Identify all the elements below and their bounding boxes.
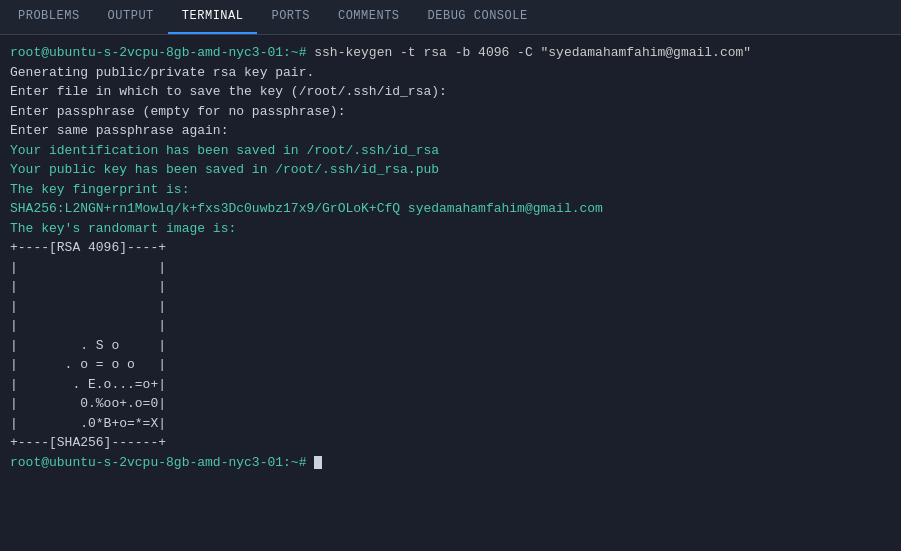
terminal-text-highlight: SHA256:L2NGN+rn1Mowlq/k+fxs3Dc0uwbz17x9/… [10,201,603,216]
app-container: PROBLEMS OUTPUT TERMINAL PORTS COMMENTS … [0,0,901,551]
terminal-text-normal: | .0*B+o=*=X| [10,416,166,431]
terminal-line: | 0.%oo+.o=0| [10,394,891,414]
terminal-line: | . S o | [10,336,891,356]
prompt-user: root@ubuntu-s-2vcpu-8gb-amd-nyc3-01:~# [10,455,314,470]
terminal-text-normal: Enter passphrase (empty for no passphras… [10,104,345,119]
terminal-text-highlight: The key's randomart image is: [10,221,236,236]
terminal-text-normal: Generating public/private rsa key pair. [10,65,314,80]
terminal-text-normal: | | [10,299,166,314]
terminal-area[interactable]: root@ubuntu-s-2vcpu-8gb-amd-nyc3-01:~# s… [0,35,901,551]
terminal-line: SHA256:L2NGN+rn1Mowlq/k+fxs3Dc0uwbz17x9/… [10,199,891,219]
terminal-line: Generating public/private rsa key pair. [10,63,891,83]
tab-terminal[interactable]: TERMINAL [168,0,258,34]
prompt-user: root@ubuntu-s-2vcpu-8gb-amd-nyc3-01:~# [10,45,314,60]
terminal-line: | | [10,258,891,278]
tab-debug-console[interactable]: DEBUG CONSOLE [414,0,542,34]
terminal-cursor [314,456,322,469]
tab-output[interactable]: OUTPUT [94,0,168,34]
terminal-line: root@ubuntu-s-2vcpu-8gb-amd-nyc3-01:~# [10,453,891,473]
terminal-text-normal: +----[RSA 4096]----+ [10,240,166,255]
tab-ports[interactable]: PORTS [257,0,324,34]
terminal-text-highlight: Your public key has been saved in /root/… [10,162,439,177]
terminal-line: | . E.o...=o+| [10,375,891,395]
tab-problems[interactable]: PROBLEMS [4,0,94,34]
terminal-line: | . o = o o | [10,355,891,375]
terminal-line: Your identification has been saved in /r… [10,141,891,161]
tab-comments[interactable]: COMMENTS [324,0,414,34]
terminal-text-normal: | | [10,318,166,333]
terminal-text-highlight: Your identification has been saved in /r… [10,143,439,158]
terminal-line: | .0*B+o=*=X| [10,414,891,434]
tab-bar: PROBLEMS OUTPUT TERMINAL PORTS COMMENTS … [0,0,901,35]
terminal-line: +----[SHA256]------+ [10,433,891,453]
terminal-text-normal: | . E.o...=o+| [10,377,166,392]
terminal-line: +----[RSA 4096]----+ [10,238,891,258]
terminal-text-normal: | . S o | [10,338,166,353]
terminal-text-highlight: The key fingerprint is: [10,182,189,197]
terminal-line: | | [10,316,891,336]
terminal-text-normal: Enter same passphrase again: [10,123,228,138]
terminal-line: Enter passphrase (empty for no passphras… [10,102,891,122]
terminal-line: Your public key has been saved in /root/… [10,160,891,180]
command-text: ssh-keygen -t rsa -b 4096 -C "syedamaham… [314,45,751,60]
terminal-text-normal: | | [10,260,166,275]
terminal-line: Enter file in which to save the key (/ro… [10,82,891,102]
terminal-line: The key fingerprint is: [10,180,891,200]
terminal-line: The key's randomart image is: [10,219,891,239]
terminal-text-normal: Enter file in which to save the key (/ro… [10,84,447,99]
terminal-line: | | [10,297,891,317]
terminal-text-normal: | | [10,279,166,294]
terminal-line: Enter same passphrase again: [10,121,891,141]
terminal-text-normal: | . o = o o | [10,357,166,372]
terminal-line: root@ubuntu-s-2vcpu-8gb-amd-nyc3-01:~# s… [10,43,891,63]
terminal-line: | | [10,277,891,297]
terminal-text-normal: +----[SHA256]------+ [10,435,166,450]
terminal-text-normal: | 0.%oo+.o=0| [10,396,166,411]
